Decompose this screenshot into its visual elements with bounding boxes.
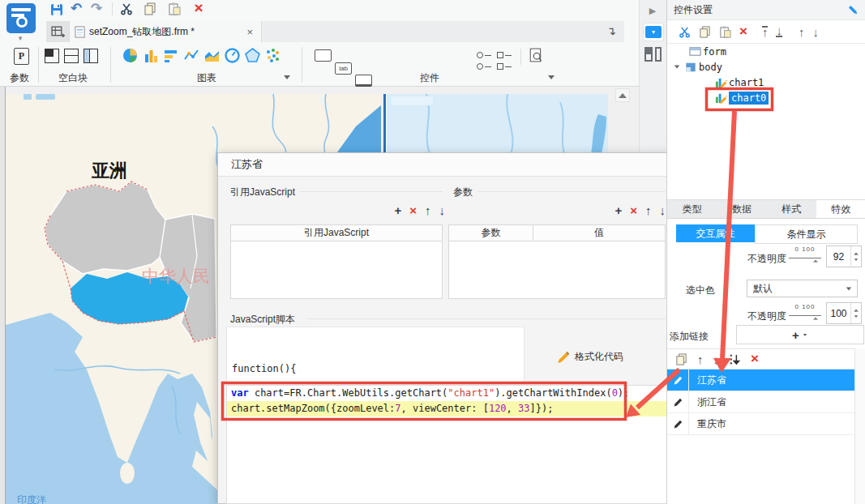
selected-color-select[interactable]: 默认 <box>747 280 858 297</box>
move-bottom-icon[interactable]: ↓ <box>776 26 782 37</box>
delete-icon[interactable]: × <box>751 351 759 367</box>
move-top-icon[interactable]: ↑ <box>762 26 769 37</box>
add-icon[interactable]: + <box>394 203 401 217</box>
scrollbar-up-icon[interactable] <box>615 88 630 102</box>
textfield-widget-icon[interactable] <box>315 49 332 62</box>
cut-button[interactable] <box>119 2 134 16</box>
save-button[interactable] <box>49 2 63 16</box>
group-rule <box>307 318 666 319</box>
report-block-button[interactable] <box>45 49 59 63</box>
move-down-icon[interactable]: ↓ <box>713 352 720 366</box>
map-china-label: 中华人民 <box>142 267 210 285</box>
line-chart-icon[interactable] <box>184 48 199 63</box>
remove-icon[interactable]: × <box>630 203 637 217</box>
copy-icon[interactable] <box>699 26 711 38</box>
dock-active-tool[interactable]: ▾ <box>643 23 664 41</box>
pin-edit-icon[interactable] <box>847 4 859 15</box>
tree-node-chart0[interactable]: chart0 <box>667 90 865 105</box>
move-up-icon[interactable]: ↑ <box>799 25 805 39</box>
copy-icon[interactable] <box>675 353 687 365</box>
move-down-icon[interactable]: ↓ <box>660 203 666 217</box>
tab-style[interactable]: 样式 <box>767 200 816 218</box>
sort-icon[interactable] <box>729 353 741 365</box>
tab-data[interactable]: 数据 <box>717 200 766 218</box>
edit-pencil-icon[interactable] <box>667 413 689 434</box>
scatter-chart-icon[interactable] <box>265 48 280 63</box>
close-tab-icon[interactable]: × <box>246 26 253 38</box>
layout-block-button[interactable] <box>84 49 98 63</box>
remove-icon[interactable]: × <box>409 203 417 217</box>
cut-icon[interactable] <box>679 26 691 38</box>
param-table[interactable]: 参数 值 <box>448 224 666 299</box>
document-tab-bar: setZoom_钻取地图.frm * × ↴ <box>46 21 624 42</box>
spin-down-icon[interactable] <box>854 315 858 318</box>
tree-node-chart1[interactable]: chart1 <box>667 75 865 90</box>
subtab-condition[interactable]: 条件显示 <box>755 224 858 244</box>
tree-collapse-icon[interactable] <box>674 66 679 69</box>
edit-pencil-icon[interactable] <box>667 391 689 412</box>
tree-node-body[interactable]: body <box>667 59 865 75</box>
move-up-icon[interactable]: ↑ <box>425 203 431 217</box>
delete-button[interactable]: × <box>191 0 206 16</box>
chart-group-expand-icon[interactable] <box>284 75 290 79</box>
move-up-icon[interactable]: ↑ <box>645 203 652 217</box>
copy-button[interactable] <box>143 2 157 16</box>
pie-chart-icon[interactable] <box>122 48 138 63</box>
gauge-chart-icon[interactable] <box>225 48 240 63</box>
link-label: 浙江省 <box>689 391 854 412</box>
radio-group-widget-icon[interactable] <box>477 49 494 62</box>
radar-chart-icon[interactable] <box>245 48 260 63</box>
tab-type[interactable]: 类型 <box>667 200 717 218</box>
spin-up-icon[interactable] <box>854 309 859 311</box>
param-toolbar: + × ↑ ↓ <box>568 203 666 217</box>
undo-button[interactable]: ↶ <box>69 1 84 15</box>
collapse-panel-icon[interactable]: ▶ <box>646 4 659 17</box>
link-list-scrollbar[interactable] <box>854 348 865 504</box>
tree-node-form[interactable]: form <box>667 44 865 59</box>
move-down-icon[interactable]: ↓ <box>439 203 446 217</box>
edit-pencil-icon[interactable] <box>667 369 689 391</box>
form-icon <box>687 45 703 58</box>
link-row-jiangsu[interactable]: 江苏省 <box>667 369 854 391</box>
spin-down-icon[interactable] <box>854 258 858 261</box>
format-code-button[interactable]: 格式化代码 <box>557 350 623 364</box>
redo-button[interactable]: ↷ <box>89 1 104 15</box>
code-editor[interactable]: var chart=FR.Chart.WebUtils.getChart("ch… <box>226 385 675 504</box>
layout-dock-icon[interactable] <box>644 47 653 62</box>
parameter-pane-button[interactable]: P <box>14 48 29 65</box>
chart-block-button[interactable] <box>64 49 79 63</box>
link-row-chongqing[interactable]: 重庆市 <box>667 413 854 435</box>
paste-icon[interactable] <box>719 26 731 38</box>
ref-js-table[interactable]: 引用JavaScript <box>230 224 443 299</box>
checkbox-group-widget-icon[interactable] <box>497 49 514 62</box>
widget-group-expand-icon[interactable] <box>548 75 555 79</box>
spin-up-icon[interactable] <box>854 252 859 254</box>
subtab-interaction[interactable]: 交互属性 <box>676 224 755 242</box>
slider-thumb-icon[interactable] <box>813 317 818 320</box>
link-row-zhejiang[interactable]: 浙江省 <box>667 391 854 413</box>
mobile-preview-icon[interactable] <box>529 48 543 62</box>
move-up-icon[interactable]: ↑ <box>697 352 704 366</box>
delete-icon[interactable]: × <box>739 23 747 40</box>
opacity-spinner[interactable]: 92 <box>826 246 862 267</box>
move-down-icon[interactable]: ↓ <box>812 25 819 39</box>
paste-button[interactable] <box>167 2 182 16</box>
password-widget-icon[interactable] <box>355 75 372 87</box>
area-chart-icon[interactable] <box>204 48 220 63</box>
opacity-spinner-2[interactable]: 100 <box>826 302 862 324</box>
add-icon[interactable]: + <box>614 203 622 217</box>
bar-chart-icon[interactable] <box>143 48 159 63</box>
new-template-tab-button[interactable] <box>46 21 69 42</box>
slider-thumb-icon[interactable] <box>813 259 818 263</box>
opacity-label: 不透明度 <box>744 252 786 266</box>
app-menu-caret-icon[interactable]: ▾ <box>15 34 26 42</box>
add-link-button[interactable]: + <box>736 325 864 344</box>
opacity-slider[interactable]: 0 100 <box>789 246 821 263</box>
fold-toolbar-icon[interactable]: ↴ <box>605 24 618 37</box>
label-widget-icon[interactable]: lab <box>335 62 352 75</box>
app-template-icon[interactable] <box>6 3 36 33</box>
hbar-chart-icon[interactable] <box>164 48 179 63</box>
document-tab[interactable]: setZoom_钻取地图.frm * × <box>69 21 262 42</box>
opacity-slider-2[interactable]: 0 100 <box>789 303 821 321</box>
tab-effect[interactable]: 特效 <box>816 200 865 218</box>
